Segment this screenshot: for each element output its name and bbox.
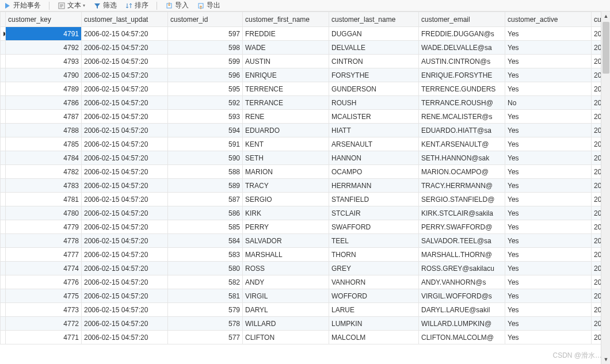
gutter-cell[interactable]	[1, 55, 6, 68]
cell-last-update[interactable]: 2006-02-15 04:57:20	[82, 137, 168, 151]
table-row[interactable]: 47782006-02-15 04:57:20584SALVADORTEELSA…	[1, 234, 611, 248]
cell-active[interactable]: Yes	[505, 124, 592, 137]
cell-key[interactable]: 4781	[6, 193, 82, 206]
cell-id[interactable]: 580	[168, 262, 243, 275]
cell-last-update[interactable]: 2006-02-15 04:57:20	[82, 275, 168, 289]
cell-key[interactable]: 4791	[6, 27, 82, 41]
cell-key[interactable]: 4785	[6, 137, 82, 151]
column-header-last-update[interactable]: customer_last_updat	[82, 12, 168, 27]
cell-first-name[interactable]: TRACY	[243, 179, 329, 193]
cell-id[interactable]: 587	[168, 193, 243, 206]
table-row[interactable]: 47872006-02-15 04:57:20593RENEMCALISTERR…	[1, 110, 611, 124]
cell-first-name[interactable]: KENT	[243, 137, 329, 151]
data-grid[interactable]: customer_key customer_last_updat custome…	[0, 12, 610, 364]
cell-id[interactable]: 582	[168, 275, 243, 289]
cell-key[interactable]: 4779	[6, 220, 82, 234]
cell-key[interactable]: 4793	[6, 55, 82, 68]
cell-active[interactable]: Yes	[505, 137, 592, 151]
cell-last-name[interactable]: GREY	[329, 262, 419, 275]
cell-first-name[interactable]: AUSTIN	[243, 55, 329, 68]
gutter-cell[interactable]	[1, 124, 6, 137]
gutter-cell[interactable]	[1, 206, 6, 220]
gutter-cell[interactable]	[1, 179, 6, 193]
table-row[interactable]: 47912006-02-15 04:57:20597FREDDIEDUGGANF…	[1, 27, 611, 41]
cell-email[interactable]: WILLARD.LUMPKIN@	[419, 317, 505, 331]
table-row[interactable]: 47862006-02-15 04:57:20592TERRANCEROUSHT…	[1, 96, 611, 110]
gutter-cell[interactable]	[1, 234, 6, 248]
cell-active[interactable]: Yes	[505, 262, 592, 275]
cell-email[interactable]: TERRANCE.ROUSH@	[419, 96, 505, 110]
cell-last-update[interactable]: 2006-02-15 04:57:20	[82, 234, 168, 248]
cell-active[interactable]: Yes	[505, 275, 592, 289]
table-row[interactable]: 47752006-02-15 04:57:20581VIRGILWOFFORDV…	[1, 289, 611, 303]
cell-first-name[interactable]: SALVADOR	[243, 234, 329, 248]
cell-last-name[interactable]: MCALISTER	[329, 110, 419, 124]
cell-email[interactable]: VIRGIL.WOFFORD@s	[419, 289, 505, 303]
cell-active[interactable]: Yes	[505, 193, 592, 206]
cell-email[interactable]: AUSTIN.CINTRON@s	[419, 55, 505, 68]
cell-id[interactable]: 595	[168, 82, 243, 96]
cell-key[interactable]: 4773	[6, 303, 82, 317]
cell-active[interactable]: No	[505, 96, 592, 110]
cell-last-update[interactable]: 2006-02-15 04:57:20	[82, 110, 168, 124]
cell-id[interactable]: 596	[168, 68, 243, 82]
cell-email[interactable]: ENRIQUE.FORSYTHE	[419, 68, 505, 82]
cell-first-name[interactable]: KIRK	[243, 206, 329, 220]
cell-email[interactable]: KENT.ARSENAULT@	[419, 137, 505, 151]
cell-id[interactable]: 591	[168, 137, 243, 151]
cell-key[interactable]: 4775	[6, 289, 82, 303]
cell-id[interactable]: 577	[168, 331, 243, 344]
cell-key[interactable]: 4792	[6, 41, 82, 55]
table-row[interactable]: 47882006-02-15 04:57:20594EDUARDOHIATTED…	[1, 124, 611, 137]
cell-last-name[interactable]: TEEL	[329, 234, 419, 248]
cell-active[interactable]: Yes	[505, 317, 592, 331]
cell-last-name[interactable]: STCLAIR	[329, 206, 419, 220]
cell-first-name[interactable]: SERGIO	[243, 193, 329, 206]
gutter-cell[interactable]	[1, 27, 6, 41]
table-row[interactable]: 47822006-02-15 04:57:20588MARIONOCAMPOMA…	[1, 165, 611, 179]
cell-last-name[interactable]: HERRMANN	[329, 179, 419, 193]
scroll-up-icon[interactable]: ▲	[601, 12, 610, 21]
cell-id[interactable]: 592	[168, 96, 243, 110]
cell-active[interactable]: Yes	[505, 289, 592, 303]
cell-key[interactable]: 4772	[6, 317, 82, 331]
cell-id[interactable]: 593	[168, 110, 243, 124]
gutter-cell[interactable]	[1, 68, 6, 82]
cell-key[interactable]: 4780	[6, 206, 82, 220]
cell-first-name[interactable]: EDUARDO	[243, 124, 329, 137]
cell-id[interactable]: 598	[168, 41, 243, 55]
table-row[interactable]: 47842006-02-15 04:57:20590SETHHANNONSETH…	[1, 151, 611, 165]
cell-id[interactable]: 599	[168, 55, 243, 68]
cell-active[interactable]: Yes	[505, 68, 592, 82]
cell-first-name[interactable]: DARYL	[243, 303, 329, 317]
cell-last-update[interactable]: 2006-02-15 04:57:20	[82, 179, 168, 193]
cell-key[interactable]: 4790	[6, 68, 82, 82]
cell-email[interactable]: DARYL.LARUE@sakil	[419, 303, 505, 317]
table-row[interactable]: 47932006-02-15 04:57:20599AUSTINCINTRONA…	[1, 55, 611, 68]
cell-last-name[interactable]: VANHORN	[329, 275, 419, 289]
cell-email[interactable]: SALVADOR.TEEL@sa	[419, 234, 505, 248]
cell-key[interactable]: 4786	[6, 96, 82, 110]
cell-id[interactable]: 588	[168, 165, 243, 179]
cell-first-name[interactable]: MARSHALL	[243, 248, 329, 262]
cell-first-name[interactable]: CLIFTON	[243, 331, 329, 344]
import-button[interactable]: 导入	[165, 1, 189, 10]
cell-last-update[interactable]: 2006-02-15 04:57:20	[82, 317, 168, 331]
cell-last-update[interactable]: 2006-02-15 04:57:20	[82, 27, 168, 41]
cell-email[interactable]: WADE.DELVALLE@sa	[419, 41, 505, 55]
column-header-key[interactable]: customer_key	[6, 12, 82, 27]
cell-first-name[interactable]: TERRANCE	[243, 96, 329, 110]
table-row[interactable]: 47922006-02-15 04:57:20598WADEDELVALLEWA…	[1, 41, 611, 55]
cell-last-name[interactable]: MALCOLM	[329, 331, 419, 344]
cell-email[interactable]: TERRENCE.GUNDERS	[419, 82, 505, 96]
text-button[interactable]: 文本 ▾	[58, 1, 85, 10]
cell-first-name[interactable]: FREDDIE	[243, 27, 329, 41]
cell-active[interactable]: Yes	[505, 331, 592, 344]
cell-last-update[interactable]: 2006-02-15 04:57:20	[82, 68, 168, 82]
column-header-email[interactable]: customer_email	[419, 12, 505, 27]
cell-email[interactable]: MARSHALL.THORN@	[419, 248, 505, 262]
cell-active[interactable]: Yes	[505, 206, 592, 220]
cell-last-update[interactable]: 2006-02-15 04:57:20	[82, 41, 168, 55]
export-button[interactable]: 导出	[197, 1, 220, 10]
gutter-cell[interactable]	[1, 248, 6, 262]
